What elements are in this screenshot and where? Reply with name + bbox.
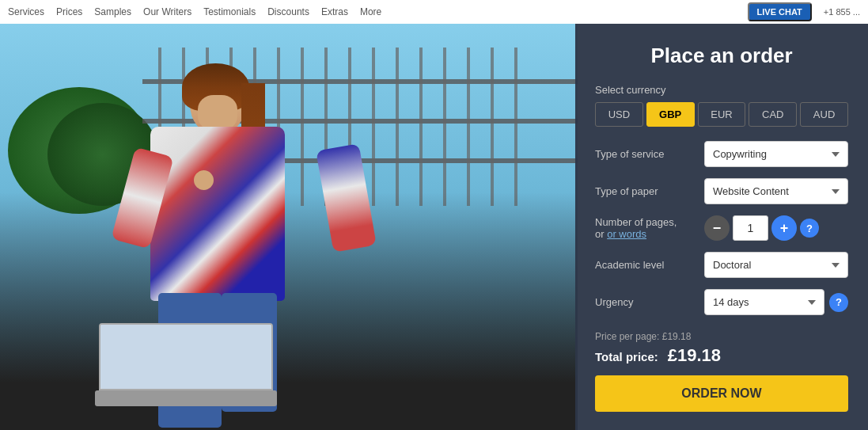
person-shirt — [150, 127, 285, 301]
urgency-row: Urgency 3 hours 6 hours 12 hours 1 day 2… — [595, 289, 848, 315]
order-now-button[interactable]: ORDER NOW — [595, 375, 848, 412]
nav-item-services[interactable]: Services — [8, 6, 44, 17]
total-amount: £19.18 — [668, 345, 721, 366]
phone-number: +1 855 ... — [824, 7, 860, 17]
nav-item-extras[interactable]: Extras — [321, 6, 348, 17]
person-hand — [194, 170, 214, 190]
currency-eur[interactable]: EUR — [698, 102, 746, 127]
type-of-paper-select[interactable]: Website Content Blog Post Article — [704, 178, 848, 204]
person-head — [190, 67, 245, 135]
academic-level-select[interactable]: High School Undergraduate Graduate Maste… — [704, 252, 848, 278]
currency-usd[interactable]: USD — [595, 102, 643, 127]
order-panel: Place an order Select currency USD GBP E… — [575, 24, 868, 430]
nav-bar: Services Prices Samples Our Writers Test… — [0, 0, 868, 24]
stepper-plus-button[interactable]: + — [771, 215, 797, 241]
num-pages-label: Number of pages, or or words — [595, 216, 698, 240]
academic-level-label: Academic level — [595, 259, 698, 271]
nav-item-more[interactable]: More — [360, 6, 381, 17]
words-link[interactable]: or words — [607, 228, 646, 240]
type-of-service-label: Type of service — [595, 148, 698, 160]
type-of-paper-row: Type of paper Website Content Blog Post … — [595, 178, 848, 204]
currency-group: USD GBP EUR CAD AUD — [595, 102, 848, 127]
price-per-page: Price per page: £19.18 — [595, 331, 848, 342]
laptop-base — [95, 390, 277, 406]
nav-item-discounts[interactable]: Discounts — [267, 6, 309, 17]
nav-item-writers[interactable]: Our Writers — [143, 6, 191, 17]
laptop-screen — [99, 323, 273, 390]
nav-item-testimonials[interactable]: Testimonials — [203, 6, 256, 17]
stepper-minus-button[interactable]: − — [704, 215, 730, 241]
currency-gbp[interactable]: GBP — [646, 102, 695, 127]
live-chat-button[interactable]: LIVE CHAT — [748, 2, 812, 21]
type-of-service-row: Type of service Copywriting Writing Edit… — [595, 141, 848, 167]
nav-item-samples[interactable]: Samples — [94, 6, 131, 17]
urgency-label: Urgency — [595, 296, 698, 308]
urgency-select-wrap: 3 hours 6 hours 12 hours 1 day 2 days 3 … — [704, 289, 848, 315]
currency-cad[interactable]: CAD — [749, 102, 797, 127]
pages-help-button[interactable]: ? — [800, 219, 819, 238]
pages-stepper: − + ? — [704, 215, 819, 241]
hero-image-area — [0, 24, 578, 430]
currency-section-label: Select currency — [595, 84, 848, 96]
academic-level-row: Academic level High School Undergraduate… — [595, 252, 848, 278]
type-of-service-select[interactable]: Copywriting Writing Editing Proofreading — [704, 141, 848, 167]
currency-aud[interactable]: AUD — [800, 102, 848, 127]
urgency-select[interactable]: 3 hours 6 hours 12 hours 1 day 2 days 3 … — [704, 289, 824, 315]
num-pages-row: Number of pages, or or words − + ? — [595, 215, 848, 241]
staircase-shadow — [0, 192, 578, 430]
total-price-row: Total price: £19.18 — [595, 345, 848, 366]
price-section: Price per page: £19.18 Total price: £19.… — [595, 326, 848, 366]
urgency-help-button[interactable]: ? — [829, 293, 848, 312]
nav-item-prices[interactable]: Prices — [56, 6, 82, 17]
order-panel-title: Place an order — [595, 44, 848, 68]
type-of-paper-label: Type of paper — [595, 185, 698, 197]
pages-input[interactable] — [733, 215, 768, 241]
total-label: Total price: — [595, 350, 658, 363]
